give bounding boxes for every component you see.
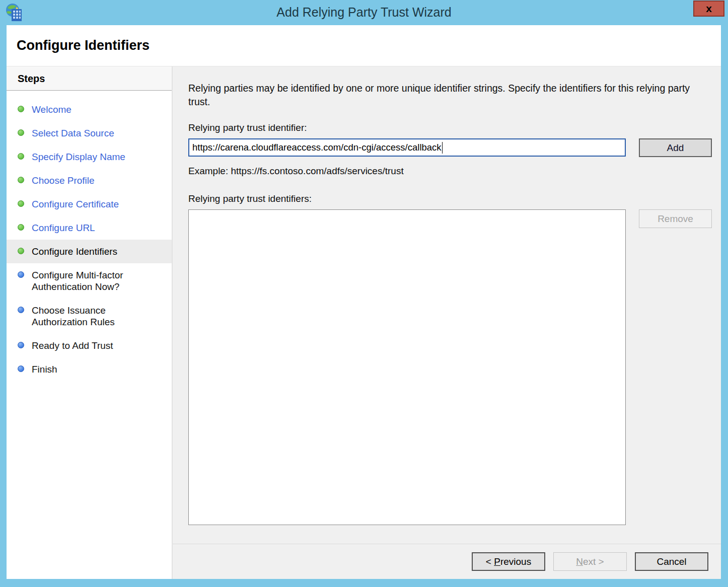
step-welcome[interactable]: Welcome [7, 98, 172, 121]
step-status-icon [18, 271, 24, 278]
identifier-field-label: Relying party trust identifier: [188, 122, 721, 133]
main-panel: Relying parties may be identified by one… [173, 66, 721, 579]
footer-bar: < Previous Next > Cancel [173, 544, 721, 579]
intro-text: Relying parties may be identified by one… [188, 82, 704, 109]
page-title: Configure Identifiers [17, 38, 150, 53]
text-caret [442, 142, 443, 154]
wizard-window: Configure Identifiers Steps Welcome Sele… [7, 25, 721, 579]
step-select-data-source[interactable]: Select Data Source [7, 121, 172, 145]
close-button[interactable]: x [693, 1, 724, 17]
page-header: Configure Identifiers [7, 25, 721, 66]
identifiers-listbox[interactable] [188, 209, 626, 525]
step-choose-profile[interactable]: Choose Profile [7, 169, 172, 192]
steps-heading: Steps [7, 66, 172, 91]
step-status-icon [18, 177, 24, 183]
step-status-icon [18, 153, 24, 160]
identifiers-list-label: Relying party trust identifiers: [188, 193, 721, 204]
step-status-icon [18, 248, 24, 254]
steps-list: Welcome Select Data Source Specify Displ… [7, 91, 172, 381]
steps-sidebar: Steps Welcome Select Data Source Specify… [7, 66, 173, 579]
previous-button[interactable]: < Previous [472, 552, 545, 571]
step-status-icon [18, 200, 24, 207]
step-status-icon [18, 224, 24, 231]
add-button[interactable]: Add [639, 138, 712, 157]
step-status-icon [18, 365, 24, 372]
step-status-icon [18, 106, 24, 112]
example-text: Example: https://fs.contoso.com/adfs/ser… [188, 166, 721, 177]
identifier-input[interactable]: https://carena.cloudflareaccess.com/cdn-… [188, 138, 626, 157]
step-specify-display-name[interactable]: Specify Display Name [7, 145, 172, 169]
next-button[interactable]: Next > [553, 552, 627, 571]
window-title: Add Relying Party Trust Wizard [0, 5, 728, 20]
step-status-icon [18, 342, 24, 348]
step-configure-url[interactable]: Configure URL [7, 216, 172, 240]
step-status-icon [18, 129, 24, 136]
step-finish[interactable]: Finish [7, 357, 172, 381]
step-configure-certificate[interactable]: Configure Certificate [7, 192, 172, 216]
step-configure-mfa[interactable]: Configure Multi-factor Authentication No… [7, 263, 172, 299]
cancel-button[interactable]: Cancel [635, 552, 708, 571]
identifier-input-value: https://carena.cloudflareaccess.com/cdn-… [192, 142, 442, 153]
step-configure-identifiers[interactable]: Configure Identifiers [7, 240, 172, 263]
remove-button[interactable]: Remove [639, 209, 712, 228]
titlebar: Add Relying Party Trust Wizard x [0, 0, 728, 25]
step-ready-to-add-trust[interactable]: Ready to Add Trust [7, 334, 172, 357]
step-status-icon [18, 307, 24, 313]
step-choose-issuance-rules[interactable]: Choose Issuance Authorization Rules [7, 299, 172, 334]
